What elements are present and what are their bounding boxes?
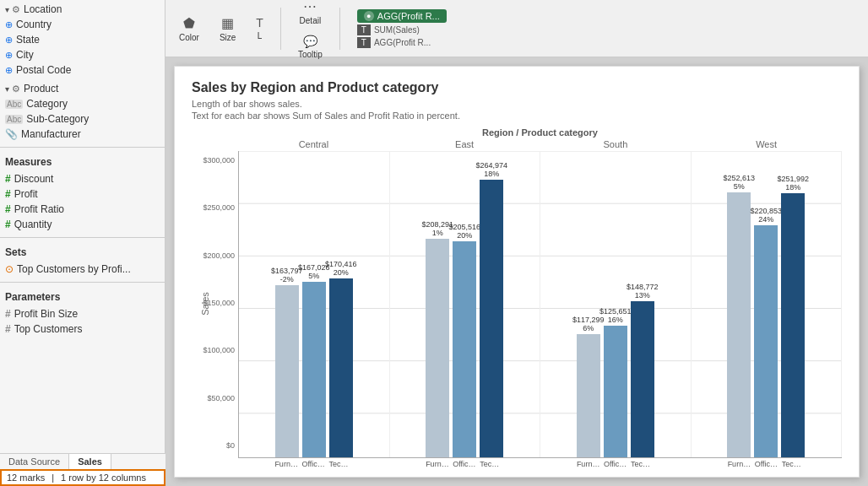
y-label-4: $100,000 bbox=[203, 346, 235, 354]
bar-wrapper-0-2: $170,41620% bbox=[329, 151, 353, 457]
region-group-2: $117,2996%$125,65116%$148,77213% bbox=[540, 151, 692, 457]
y-axis-label: Sales bbox=[200, 292, 210, 316]
parameters-section-label: Parameters bbox=[0, 286, 165, 305]
x-label-0-0: Furniture bbox=[274, 460, 298, 468]
pill-row-2: T SUM(Sales) bbox=[357, 24, 447, 35]
x-label-1-0: Furniture bbox=[426, 460, 449, 468]
toolbar-strip: ⬟ Color ▦ Size T L ⋯ Detail 💬 Tooltip bbox=[165, 0, 868, 57]
sidebar-item-discount[interactable]: # Discount bbox=[0, 171, 165, 186]
sidebar: ▾ ⚙ Location ⊕ Country ⊕ State ⊕ City ⊕ … bbox=[0, 0, 165, 486]
datasource-tab-label: Data Source bbox=[8, 456, 60, 467]
divider-toolbar bbox=[280, 8, 281, 50]
location-group: ▾ ⚙ Location ⊕ Country ⊕ State ⊕ City ⊕ … bbox=[0, 0, 165, 79]
abc-icon: Abc bbox=[5, 100, 23, 109]
postal-code-label: Postal Code bbox=[16, 64, 71, 76]
globe-icon-city: ⊕ bbox=[5, 50, 13, 61]
color-icon: ⬟ bbox=[183, 15, 195, 31]
rows-columns: 1 row by 12 columns bbox=[61, 472, 146, 483]
sidebar-item-location[interactable]: ▾ ⚙ Location bbox=[0, 2, 165, 17]
bar-pct-label-1-2: 18% bbox=[484, 170, 499, 178]
sidebar-item-profit[interactable]: # Profit bbox=[0, 186, 165, 202]
country-label: Country bbox=[16, 19, 52, 30]
bar-3-2[interactable]: $251,99218% bbox=[781, 193, 805, 457]
region-headers: Central East South West bbox=[238, 139, 842, 149]
tooltip-icon: 💬 bbox=[303, 35, 317, 48]
bar-1-1[interactable]: $205,51620% bbox=[453, 241, 476, 457]
marks-row: 12 marks | 1 row by 12 columns bbox=[0, 469, 165, 486]
bar-2-1[interactable]: $125,65116% bbox=[604, 326, 627, 457]
color-label: Color bbox=[179, 33, 199, 42]
y-axis-container: Sales $300,000 $250,000 $200,000 $150,00… bbox=[192, 139, 238, 468]
bar-wrapper-2-1: $125,65116% bbox=[604, 151, 627, 457]
bar-3-0[interactable]: $252,6135% bbox=[727, 192, 751, 457]
chart-subtitle-1: Length of bar shows sales. bbox=[192, 99, 842, 109]
tabs-row: Data Source Sales bbox=[0, 453, 165, 469]
sidebar-item-profit-ratio[interactable]: # Profit Ratio bbox=[0, 202, 165, 217]
label-icon: T bbox=[256, 16, 263, 30]
divider-1 bbox=[0, 147, 165, 148]
abc-icon-sub: Abc bbox=[5, 115, 23, 124]
tooltip-button[interactable]: 💬 Tooltip bbox=[291, 31, 329, 62]
marks-separator: | bbox=[52, 472, 54, 483]
pill-agg-1[interactable]: ● AGG(Profit R... bbox=[357, 9, 447, 23]
color-button[interactable]: ⬟ Color bbox=[172, 12, 206, 46]
pill-t-icon-3: T bbox=[357, 37, 371, 48]
sidebar-item-product[interactable]: ▾ ⚙ Product bbox=[0, 81, 165, 96]
tab-sales[interactable]: Sales bbox=[69, 454, 111, 469]
profit-label: Profit bbox=[14, 188, 38, 200]
size-icon: ▦ bbox=[221, 15, 234, 31]
bar-3-1[interactable]: $220,85324% bbox=[754, 225, 778, 457]
chart-title: Sales by Region and Product category bbox=[192, 80, 842, 95]
hash-icon-ratio: # bbox=[5, 203, 11, 215]
top-customers-param-label: Top Customers bbox=[14, 323, 83, 335]
sidebar-item-profit-bin[interactable]: # Profit Bin Size bbox=[0, 306, 165, 321]
sidebar-item-city[interactable]: ⊕ City bbox=[0, 47, 165, 62]
bar-2-0[interactable]: $117,2996% bbox=[577, 334, 600, 457]
bar-1-0[interactable]: $208,2911% bbox=[426, 239, 449, 457]
detail-icon: ⋯ bbox=[303, 0, 317, 14]
bar-pct-label-2-2: 13% bbox=[635, 291, 650, 300]
sidebar-item-country[interactable]: ⊕ Country bbox=[0, 17, 165, 32]
tab-datasource[interactable]: Data Source bbox=[0, 454, 69, 469]
bar-wrapper-2-2: $148,77213% bbox=[631, 151, 654, 457]
hash-icon-bin: # bbox=[5, 308, 11, 320]
region-south: South bbox=[540, 139, 692, 149]
sidebar-item-postal-code[interactable]: ⊕ Postal Code bbox=[0, 62, 165, 78]
x-label-2-0: Furniture bbox=[577, 460, 600, 468]
pin-icon: 📎 bbox=[5, 128, 18, 140]
bar-wrapper-3-2: $251,99218% bbox=[781, 151, 805, 457]
sidebar-item-quantity[interactable]: # Quantity bbox=[0, 217, 165, 232]
bar-0-1[interactable]: $167,0265% bbox=[302, 282, 326, 457]
bar-2-2[interactable]: $148,77213% bbox=[631, 301, 654, 457]
pill-t-icon-2: T bbox=[357, 24, 371, 35]
marks-count: 12 marks bbox=[7, 472, 45, 483]
pill-label-2: SUM(Sales) bbox=[374, 25, 420, 35]
sidebar-item-subcategory[interactable]: Abc Sub-Category bbox=[0, 111, 165, 127]
sidebar-item-top-customers-param[interactable]: # Top Customers bbox=[0, 321, 165, 337]
region-east: East bbox=[389, 139, 540, 149]
bar-1-2[interactable]: $264,97418% bbox=[480, 180, 503, 457]
bar-wrapper-1-0: $208,2911% bbox=[426, 151, 449, 457]
axis-label: Region / Product category bbox=[192, 127, 842, 138]
sidebar-item-manufacturer[interactable]: 📎 Manufacturer bbox=[0, 127, 165, 142]
hash-icon-param: # bbox=[5, 323, 11, 335]
detail-button[interactable]: ⋯ Detail bbox=[291, 0, 329, 29]
region-group-1: $208,2911%$205,51620%$264,97418% bbox=[390, 151, 541, 457]
sidebar-item-top-customers[interactable]: ⊙ Top Customers by Profi... bbox=[0, 262, 165, 277]
discount-label: Discount bbox=[14, 173, 54, 185]
bar-0-0[interactable]: $163,797-2% bbox=[275, 285, 299, 457]
chevron-product-icon: ▾ bbox=[5, 84, 9, 94]
measures-section-label: Measures bbox=[0, 151, 165, 170]
sidebar-item-category[interactable]: Abc Category bbox=[0, 96, 165, 111]
bar-0-2[interactable]: $170,41620% bbox=[329, 278, 353, 457]
sidebar-item-state[interactable]: ⊕ State bbox=[0, 32, 165, 47]
globe-icon-state: ⊕ bbox=[5, 35, 13, 46]
bar-wrapper-0-0: $163,797-2% bbox=[275, 151, 299, 457]
bar-pct-label-0-2: 20% bbox=[334, 268, 349, 277]
size-button[interactable]: ▦ Size bbox=[213, 12, 242, 46]
label-button[interactable]: T L bbox=[249, 13, 270, 44]
globe-icon: ⊕ bbox=[5, 19, 13, 30]
y-label-1: $250,000 bbox=[203, 203, 235, 212]
bar-pct-label-1-1: 20% bbox=[457, 231, 472, 240]
bar-pct-label-3-1: 24% bbox=[758, 215, 773, 224]
